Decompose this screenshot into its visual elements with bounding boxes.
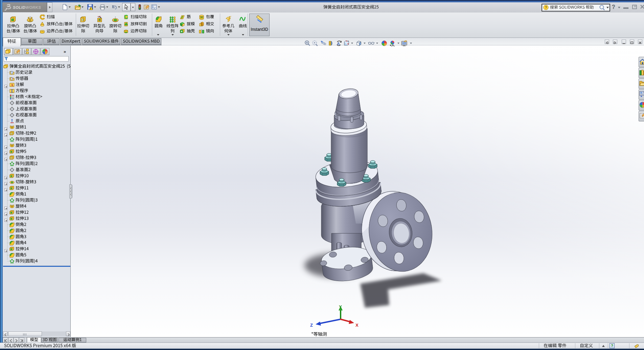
svg-text:Z: Z	[310, 323, 313, 328]
svg-text:!: !	[90, 7, 91, 10]
svg-text:SOLIDWORKS: SOLIDWORKS	[13, 5, 41, 9]
svg-text:*: *	[231, 16, 232, 18]
svg-text:A: A	[11, 83, 14, 87]
svg-text:Σ: Σ	[11, 89, 13, 93]
svg-text:?: ?	[545, 5, 547, 9]
svg-text:Y: Y	[339, 304, 342, 309]
svg-text:3D: 3D	[200, 16, 203, 19]
svg-text:X: X	[355, 323, 359, 328]
